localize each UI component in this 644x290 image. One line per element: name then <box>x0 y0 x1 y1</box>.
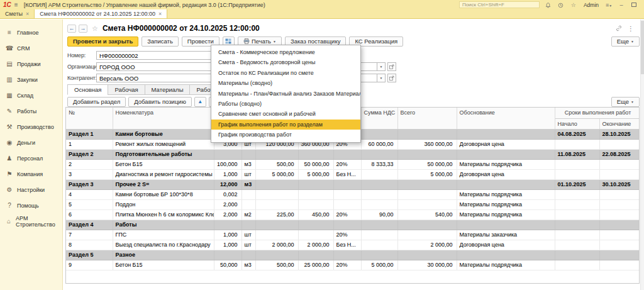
cell-justification[interactable]: Материалы подрядчика <box>457 189 555 199</box>
cell-price[interactable] <box>255 220 298 230</box>
print-menu-item[interactable]: Работы (сводно) <box>211 99 360 109</box>
cell-sum[interactable] <box>298 220 333 230</box>
more-button-top[interactable]: Еще ▼ <box>611 36 640 47</box>
cell-num[interactable]: 1 <box>66 139 113 149</box>
cell-unit[interactable]: м3 <box>242 159 255 169</box>
cell-sum[interactable]: 450,00 <box>298 209 333 220</box>
cell-justification[interactable]: Материалы подрядчика <box>457 159 555 169</box>
cell-num[interactable]: Раздел 3 <box>66 179 113 189</box>
sidebar-item[interactable]: ⚑ Компания <box>0 166 62 182</box>
cell-unit[interactable]: шт <box>242 169 255 179</box>
cell-justification[interactable] <box>457 179 555 189</box>
sidebar-item[interactable]: ? Помощь <box>0 198 62 213</box>
cell-num[interactable]: 6 <box>66 209 113 220</box>
cell-nomenclature[interactable]: Подготовительные работы <box>113 149 214 159</box>
cell-qty[interactable] <box>214 250 242 260</box>
cell-vat[interactable] <box>333 189 361 199</box>
cell-price[interactable]: 5 000,00 <box>255 169 298 179</box>
cell-justification[interactable] <box>457 129 555 139</box>
cell-nomenclature[interactable]: Ремонт жилых помещений <box>113 139 214 149</box>
cell-vat-sum[interactable]: 8 333,33 <box>361 159 397 169</box>
cell-num[interactable]: 4 <box>66 189 113 199</box>
cell-total[interactable] <box>397 149 457 159</box>
cell-justification[interactable] <box>457 220 555 230</box>
cell-sum[interactable]: 25 000,00 <box>298 260 333 270</box>
cell-end-date[interactable] <box>599 139 640 149</box>
cell-end-date[interactable]: 28.10.2025 <box>599 129 640 139</box>
cell-total[interactable]: 2 000,00 <box>397 240 457 250</box>
cell-qty[interactable]: 1,000 <box>214 230 242 240</box>
cell-vat-sum[interactable] <box>361 149 397 159</box>
sidebar-item[interactable]: ⌂ АРМ Строительство <box>0 213 62 229</box>
cell-qty[interactable]: 1,000 <box>214 169 242 179</box>
cell-nomenclature[interactable]: Разное <box>113 250 214 260</box>
cell-justification[interactable]: Материалы заказчика <box>457 230 555 240</box>
cell-num[interactable]: 5 <box>66 199 113 209</box>
cell-vat-sum[interactable] <box>361 240 397 250</box>
cell-sum[interactable] <box>298 250 333 260</box>
cell-nomenclature[interactable]: Плитка Мюнхен h 6 см колормикс Клен (гра… <box>113 209 214 220</box>
cell-sum[interactable]: 50 000,00 <box>298 159 333 169</box>
cell-vat[interactable]: 20% <box>333 209 361 220</box>
cell-vat[interactable]: 20% <box>333 159 361 169</box>
cell-start-date[interactable]: 11.08.2025 <box>555 149 599 159</box>
cell-vat[interactable] <box>333 220 361 230</box>
organization-dropdown-icon[interactable]: ▼ <box>377 62 386 71</box>
cell-end-date[interactable] <box>599 199 640 209</box>
cell-sum[interactable] <box>298 230 333 240</box>
cell-end-date[interactable]: 22.08.2025 <box>599 149 640 159</box>
cell-nomenclature[interactable]: Камни бортовые <box>113 129 214 139</box>
minimize-window-icon[interactable]: – <box>616 2 626 8</box>
cell-vat-sum[interactable] <box>361 220 397 230</box>
cell-justification[interactable]: Материалы подрядчика <box>457 209 555 220</box>
print-menu-item[interactable]: График выполнения работ по разделам <box>211 120 360 130</box>
cell-end-date[interactable] <box>599 260 640 270</box>
cell-start-date[interactable] <box>555 220 599 230</box>
cell-price[interactable] <box>255 250 298 260</box>
cell-total[interactable] <box>397 250 457 260</box>
cell-total[interactable] <box>397 179 457 189</box>
sidebar-item[interactable]: ▦ Склад <box>0 87 62 103</box>
cell-end-date[interactable] <box>599 240 640 250</box>
sidebar-item[interactable]: ☎ CRM <box>0 40 62 56</box>
get-link-icon[interactable] <box>616 25 622 33</box>
cell-vat[interactable] <box>333 250 361 260</box>
cell-end-date[interactable] <box>599 159 640 169</box>
current-user[interactable]: Admin <box>584 2 599 8</box>
vertical-scrollbar[interactable] <box>640 20 644 290</box>
close-tab-icon[interactable]: × <box>26 11 29 17</box>
cell-num[interactable]: 8 <box>66 240 113 250</box>
service-menu-icon[interactable]: ≡▼ <box>604 2 614 8</box>
organization-open-icon[interactable] <box>387 62 396 71</box>
cell-qty[interactable] <box>214 220 242 230</box>
cell-unit[interactable]: м3 <box>242 179 255 189</box>
cell-sum[interactable]: 5 000,00 <box>298 169 333 179</box>
cell-sum[interactable] <box>298 199 333 209</box>
notifications-bell-icon[interactable] <box>543 1 553 8</box>
cell-total[interactable]: 360 000,00 <box>397 139 457 149</box>
favorites-star-icon[interactable]: ☆ <box>569 2 579 8</box>
close-tab-icon[interactable]: × <box>158 11 162 17</box>
restore-window-icon[interactable] <box>629 2 639 8</box>
cell-vat-sum[interactable] <box>361 199 397 209</box>
form-tab[interactable]: Материалы <box>145 84 191 95</box>
cell-total[interactable] <box>397 199 457 209</box>
cell-price[interactable] <box>255 179 298 189</box>
cell-total[interactable] <box>397 230 457 240</box>
cell-price[interactable] <box>255 149 298 159</box>
back-arrow-button[interactable]: ← <box>67 25 76 33</box>
cell-num[interactable]: 2 <box>66 159 113 169</box>
cell-nomenclature[interactable]: Работы <box>113 220 214 230</box>
cell-start-date[interactable] <box>555 169 599 179</box>
add-section-button[interactable]: Добавить раздел <box>67 97 126 107</box>
cell-num[interactable]: 9 <box>66 260 113 270</box>
main-menu-icon[interactable]: ≡ <box>14 1 18 8</box>
cell-nomenclature[interactable]: Бетон Б15 <box>113 159 214 169</box>
cell-qty[interactable]: 2,000 <box>214 209 242 220</box>
cell-sum[interactable]: 2 000,00 <box>298 240 333 250</box>
form-tab[interactable]: Рабочая <box>108 84 145 95</box>
cell-end-date[interactable] <box>599 209 640 220</box>
cell-start-date[interactable]: 01.10.2025 <box>555 179 599 189</box>
cell-qty[interactable] <box>214 149 242 159</box>
print-menu-item[interactable]: Остаток по КС Реализации по смете <box>211 68 360 78</box>
